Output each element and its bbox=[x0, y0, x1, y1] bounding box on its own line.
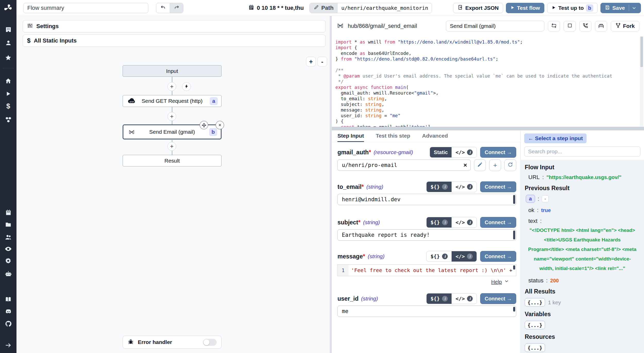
result-text-value[interactable]: "<!DOCTYPE html> <html lang="en"> <head>… bbox=[527, 225, 638, 273]
panel-splitter-vertical[interactable] bbox=[330, 16, 332, 353]
flow-node-result[interactable]: Result bbox=[123, 155, 222, 166]
sidebar-item-home[interactable] bbox=[0, 75, 16, 87]
sidebar-item-discord[interactable] bbox=[0, 306, 16, 317]
message-expression[interactable]: 'Feel free to check out the latest repor… bbox=[349, 265, 516, 276]
result-status-row[interactable]: status : 200 bbox=[528, 277, 640, 284]
to-email-input[interactable] bbox=[338, 194, 516, 205]
mode-javascript[interactable]: </>i bbox=[452, 251, 477, 262]
sidebar-item-favorites[interactable] bbox=[0, 52, 16, 63]
test-up-to-button[interactable]: Test up to b bbox=[547, 3, 598, 13]
trigger-button[interactable] bbox=[182, 82, 191, 91]
flow-input-url-row[interactable]: URL : "https://earthquake.usgs.gov/" bbox=[528, 174, 640, 181]
move-step-handle[interactable] bbox=[200, 121, 208, 129]
box-button[interactable] bbox=[564, 21, 576, 31]
add-resource-button[interactable]: + bbox=[489, 159, 501, 171]
result-text-row[interactable]: text : bbox=[528, 218, 640, 224]
info-icon: i bbox=[467, 254, 473, 259]
add-step-button[interactable]: + bbox=[167, 142, 176, 151]
resources-object-chip[interactable]: {...} bbox=[525, 343, 545, 352]
connect-button[interactable]: Connect → bbox=[480, 251, 516, 262]
help-toggle[interactable]: Help bbox=[491, 279, 509, 285]
flow-summary-input[interactable] bbox=[23, 3, 148, 13]
mode-javascript[interactable]: </>i bbox=[452, 182, 477, 192]
sidebar-item-runs[interactable] bbox=[0, 88, 16, 99]
sidebar-item-groups[interactable] bbox=[0, 231, 16, 243]
flow-node-input[interactable]: Input bbox=[123, 65, 222, 77]
topbar: 0 10 18 * * tue,thu Path u/henri/earthqu… bbox=[16, 0, 644, 16]
panel-splitter-horizontal[interactable] bbox=[332, 127, 644, 130]
mode-javascript[interactable]: </>i bbox=[452, 293, 477, 304]
all-results-object-chip[interactable]: {...} bbox=[525, 298, 545, 307]
tab-step-input[interactable]: Step Input bbox=[337, 130, 364, 142]
building-icon bbox=[5, 26, 12, 33]
flow-node-gmail-selected[interactable]: Send Email (gmail) b × bbox=[123, 124, 222, 139]
message-expression-editor[interactable]: 1 'Feel free to check out the latest rep… bbox=[337, 264, 516, 276]
connect-button[interactable]: Connect → bbox=[480, 217, 516, 228]
sidebar-item-github[interactable] bbox=[0, 318, 16, 329]
path-edit-button[interactable]: Path bbox=[310, 3, 338, 13]
clear-resource-button[interactable]: × bbox=[460, 162, 470, 169]
save-button[interactable]: Save bbox=[600, 3, 641, 13]
subject-input[interactable] bbox=[338, 230, 516, 240]
all-static-inputs-button[interactable]: $ All Static Inputs bbox=[23, 35, 326, 47]
step-name-input[interactable] bbox=[446, 21, 544, 31]
sidebar-item-audit-logs[interactable] bbox=[0, 243, 16, 255]
delete-step-button[interactable]: × bbox=[216, 121, 224, 129]
reload-script-button[interactable] bbox=[548, 21, 560, 31]
expr-mode-icon: ${} bbox=[430, 296, 440, 302]
test-flow-button[interactable]: Test flow bbox=[506, 3, 544, 13]
webhook-button[interactable] bbox=[579, 21, 591, 31]
refresh-resource-button[interactable] bbox=[504, 159, 516, 171]
mode-javascript[interactable]: </>i bbox=[452, 147, 477, 157]
sidebar-item-schedules[interactable] bbox=[0, 207, 16, 218]
mode-expression[interactable]: ${}i bbox=[427, 182, 452, 192]
windmill-logo-icon[interactable] bbox=[0, 2, 16, 14]
error-handler-toggle[interactable] bbox=[203, 339, 217, 346]
search-prop-input[interactable] bbox=[524, 146, 640, 157]
sidebar-item-resources[interactable] bbox=[0, 114, 16, 125]
redo-button[interactable] bbox=[170, 3, 183, 13]
zoom-out-button[interactable]: - bbox=[317, 57, 327, 66]
variables-object-chip[interactable]: {...} bbox=[525, 321, 545, 329]
connect-button[interactable]: Connect → bbox=[480, 293, 516, 304]
add-step-button[interactable]: + bbox=[167, 112, 176, 121]
step-badge-a[interactable]: a bbox=[526, 195, 535, 203]
tab-test-this-step[interactable]: Test this step bbox=[376, 130, 410, 142]
tab-advanced[interactable]: Advanced bbox=[422, 130, 448, 142]
mode-expression[interactable]: ${}i bbox=[427, 217, 452, 228]
add-step-button[interactable]: + bbox=[167, 82, 176, 91]
connect-button[interactable]: Connect → bbox=[480, 147, 516, 158]
mode-expression[interactable]: ${}i bbox=[427, 251, 452, 262]
sidebar-item-docs[interactable] bbox=[0, 294, 16, 305]
user-id-input[interactable] bbox=[338, 306, 516, 317]
gmail-auth-input[interactable] bbox=[338, 160, 460, 171]
sidebar-item-settings[interactable] bbox=[0, 255, 16, 266]
code-scrollbar-thumb[interactable] bbox=[640, 37, 643, 67]
sleep-button[interactable] bbox=[595, 21, 607, 31]
result-ok-row[interactable]: ok : true bbox=[528, 207, 640, 214]
sidebar-item-folders[interactable] bbox=[0, 219, 16, 230]
flow-node-http[interactable]: HTTP Send GET Request (http) a bbox=[123, 95, 222, 107]
error-handler[interactable]: Error handler bbox=[123, 336, 222, 349]
fork-button[interactable]: Fork bbox=[611, 21, 639, 31]
connect-button[interactable]: Connect → bbox=[480, 181, 516, 192]
undo-button[interactable] bbox=[156, 3, 170, 13]
save-dropdown-button[interactable] bbox=[629, 5, 637, 11]
mode-javascript[interactable]: </>i bbox=[452, 217, 477, 228]
sidebar-item-user[interactable] bbox=[0, 37, 16, 48]
sidebar-item-workspace[interactable] bbox=[0, 24, 16, 35]
mode-static[interactable]: Static bbox=[430, 147, 452, 157]
flow-settings-button[interactable]: Settings bbox=[23, 20, 326, 32]
edit-resource-button[interactable] bbox=[474, 159, 486, 171]
zoom-in-button[interactable]: + bbox=[306, 57, 316, 66]
schedule-button[interactable]: 0 10 18 * * tue,thu bbox=[248, 4, 304, 12]
select-step-input-button[interactable]: ← Select a step input bbox=[524, 133, 587, 143]
sidebar-item-workers[interactable] bbox=[0, 268, 16, 279]
export-json-button[interactable]: Export JSON bbox=[453, 3, 503, 13]
code-editor[interactable]: import * as wmill from "https://deno.lan… bbox=[332, 36, 644, 127]
sidebar-item-variables[interactable]: $ bbox=[0, 100, 16, 112]
collapse-button[interactable]: - bbox=[542, 195, 549, 202]
code-scrollbar[interactable] bbox=[640, 36, 643, 127]
mode-expression[interactable]: ${}i bbox=[427, 293, 452, 304]
sidebar-expand[interactable] bbox=[0, 340, 16, 351]
